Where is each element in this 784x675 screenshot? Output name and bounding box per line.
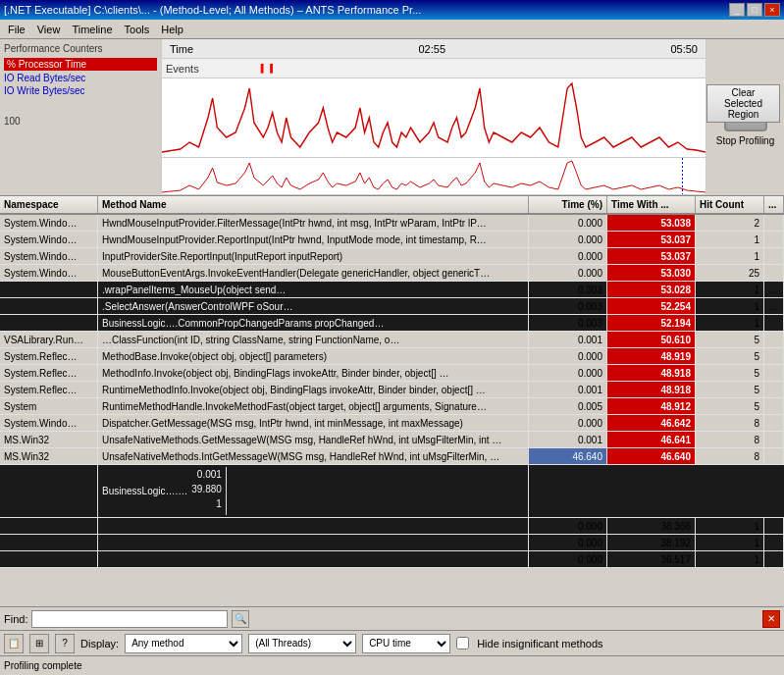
counter-io-write[interactable]: IO Write Bytes/sec	[4, 85, 157, 96]
main-content: Performance Counters % Processor Time IO…	[0, 39, 784, 675]
cell-extra	[764, 332, 784, 347]
cell-time: 0.000	[529, 215, 607, 231]
cell-time-with: 39.880	[187, 482, 227, 496]
cell-time: 0.001	[529, 332, 607, 347]
cell-time-with: 46.642	[607, 415, 696, 431]
time-label: Time	[170, 43, 193, 55]
timeline-mark-1: 02:55	[418, 43, 445, 55]
table-row[interactable]: System.Windo… MouseButtonEventArgs.Invok…	[0, 265, 784, 282]
find-search-icon[interactable]: 🔍	[232, 610, 249, 628]
cell-namespace: System.Windo…	[0, 415, 98, 431]
table-row[interactable]: .wrapPanelItems_MouseUp(object send… 0.3…	[0, 282, 784, 298]
hide-insignificant-checkbox[interactable]	[456, 637, 469, 649]
stop-label: Stop Profiling	[716, 135, 774, 146]
cell-extra	[764, 551, 784, 567]
cell-method: HwndMouseInputProvider.FilterMessage(Int…	[98, 215, 529, 231]
table-row[interactable]: VSALibrary.Run… …ClassFunction(int ID, s…	[0, 332, 784, 348]
col-header-time-with[interactable]: Time With ...	[607, 196, 696, 213]
cell-time-with: 52.254	[607, 298, 696, 314]
event-marker-2: ▐	[267, 64, 273, 73]
chart-svg-lower	[162, 158, 706, 194]
cell-method: MouseButtonEventArgs.InvokeEventHandler(…	[98, 265, 529, 281]
cell-extra	[764, 315, 784, 331]
cell-namespace	[0, 282, 98, 297]
options-btn-help[interactable]: ?	[55, 634, 75, 653]
counter-io-read[interactable]: IO Read Bytes/sec	[4, 73, 157, 83]
table-row[interactable]: System RuntimeMethodHandle.InvokeMethodF…	[0, 398, 784, 415]
cell-method: BusinessLogic….… 0.001 39.880 1	[98, 465, 529, 517]
cell-namespace	[0, 315, 98, 331]
cell-namespace: System.Windo…	[0, 215, 98, 231]
cell-namespace: System.Reflec…	[0, 382, 98, 397]
cell-method: HwndMouseInputProvider.ReportInput(IntPt…	[98, 232, 529, 247]
cell-method: UnsafeNativeMethods.IntGetMessageW(MSG m…	[98, 448, 529, 464]
cell-method: RuntimeMethodInfo.Invoke(object obj, Bin…	[98, 382, 529, 397]
cell-hit-count: 8	[696, 432, 764, 447]
grid-scroll-area[interactable]: Namespace Method Name Time (%) Time With…	[0, 196, 784, 606]
cell-hit-count: 5	[696, 382, 764, 397]
menubar: File View Timeline Tools Help	[0, 20, 784, 39]
statusbar: Profiling complete	[0, 655, 784, 675]
cell-time-with: 53.038	[607, 215, 696, 231]
chart-graph-upper[interactable]	[162, 78, 706, 157]
table-row[interactable]: BusinessLogic….… 0.001 39.880 1	[0, 465, 784, 518]
table-row[interactable]: 0.000 36.517 1	[0, 551, 784, 568]
options-btn-1[interactable]: 📋	[4, 634, 24, 653]
table-row[interactable]: System.Reflec… MethodBase.Invoke(object …	[0, 348, 784, 365]
table-row[interactable]: MS.Win32 UnsafeNativeMethods.IntGetMessa…	[0, 448, 784, 465]
close-btn[interactable]: ×	[764, 3, 780, 17]
table-row[interactable]: System.Reflec… MethodInfo.Invoke(object …	[0, 365, 784, 382]
thread-select[interactable]: (All Threads)	[248, 634, 356, 653]
clear-region-btn[interactable]: Clear Selected Region	[706, 84, 780, 123]
svg-rect-1	[162, 158, 706, 194]
perf-counters-label: Performance Counters	[4, 43, 157, 54]
maximize-btn[interactable]: □	[747, 3, 762, 17]
cell-namespace: System.Reflec…	[0, 348, 98, 364]
cell-extra	[764, 448, 784, 464]
cell-extra	[764, 432, 784, 447]
cell-namespace	[0, 465, 98, 517]
cell-hit-count: 5	[696, 332, 764, 347]
table-row[interactable]: System.Windo… HwndMouseInputProvider.Fil…	[0, 215, 784, 232]
menu-tools[interactable]: Tools	[119, 22, 156, 37]
cell-extra	[764, 535, 784, 550]
table-row[interactable]: .SelectAnswer(AnswerControlWPF oSour… 0.…	[0, 298, 784, 315]
cell-time: 0.303	[529, 282, 607, 297]
cell-time: 0.000	[529, 365, 607, 381]
chart-timeline: Time 02:55 05:50	[162, 39, 706, 59]
display-select[interactable]: Any method	[125, 634, 242, 653]
cell-method	[98, 551, 529, 567]
options-btn-2[interactable]: ⊞	[29, 634, 49, 653]
table-row[interactable]: 0.000 38.192 1	[0, 535, 784, 551]
io-read-label: IO Read Bytes/sec	[4, 73, 85, 83]
counter-processor-time[interactable]: % Processor Time	[4, 58, 157, 71]
events-label: Events	[166, 63, 199, 75]
table-row[interactable]: BusinessLogic….CommonPropChangedParams p…	[0, 315, 784, 332]
cell-time: 0.001	[187, 467, 227, 482]
cell-namespace: System.Reflec…	[0, 365, 98, 381]
menu-help[interactable]: Help	[155, 22, 189, 37]
cpu-select[interactable]: CPU time	[362, 634, 450, 653]
y-axis-label: 100	[4, 116, 157, 127]
table-row[interactable]: MS.Win32 UnsafeNativeMethods.GetMessageW…	[0, 432, 784, 448]
col-header-time: Time (%)	[529, 196, 607, 213]
menu-timeline[interactable]: Timeline	[66, 22, 118, 37]
table-row[interactable]: System.Windo… HwndMouseInputProvider.Rep…	[0, 232, 784, 248]
find-input[interactable]	[31, 610, 228, 628]
io-write-label: IO Write Bytes/sec	[4, 85, 85, 96]
cell-hit-count: 1	[696, 535, 764, 550]
cell-hit-count: 25	[696, 265, 764, 281]
find-close-btn[interactable]: ✕	[762, 610, 780, 628]
options-bar: 📋 ⊞ ? Display: Any method (All Threads) …	[0, 630, 784, 655]
stop-profiling-area[interactable]: Clear Selected Region Stop Profiling	[706, 39, 784, 195]
table-row[interactable]: 0.000 38.366 1	[0, 518, 784, 535]
table-row[interactable]: System.Reflec… RuntimeMethodInfo.Invoke(…	[0, 382, 784, 398]
menu-view[interactable]: View	[31, 22, 67, 37]
menu-file[interactable]: File	[2, 22, 31, 37]
cell-hit-count: 1	[187, 496, 227, 511]
table-row[interactable]: System.Windo… InputProviderSite.ReportIn…	[0, 248, 784, 265]
chart-graph-lower[interactable]	[162, 157, 706, 194]
table-row[interactable]: System.Windo… Dispatcher.GetMessage(MSG …	[0, 415, 784, 432]
cell-hit-count: 8	[696, 448, 764, 464]
minimize-btn[interactable]: _	[729, 3, 745, 17]
